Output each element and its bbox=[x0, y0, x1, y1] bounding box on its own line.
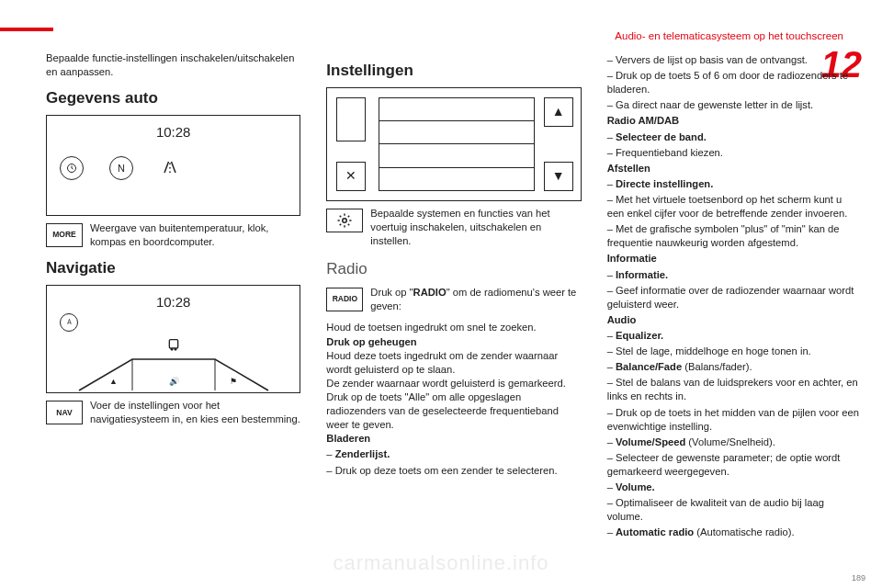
intro-text: Bepaalde functie-instellingen inschakele… bbox=[46, 51, 300, 79]
column-3: Ververs de lijst op basis van de ontvang… bbox=[607, 51, 862, 560]
svg-point-3 bbox=[174, 348, 176, 351]
up-arrow-box: ▲ bbox=[544, 97, 573, 127]
list-item: Selecteer de band. bbox=[607, 130, 862, 144]
settings-row bbox=[379, 121, 533, 144]
content-columns: Bepaalde functie-instellingen inschakele… bbox=[46, 51, 862, 560]
list-item: Ga direct naar de gewenste letter in de … bbox=[607, 98, 862, 112]
figure-navigatie: 10:28 ▲ 🔊 ⚑ bbox=[46, 285, 300, 393]
list-item: Directe instellingen. bbox=[607, 177, 862, 191]
list-item: Stel de balans van de luidsprekers voor … bbox=[607, 376, 862, 403]
heading-radio: Radio bbox=[326, 259, 581, 280]
blank-box bbox=[336, 97, 366, 141]
clock-icon bbox=[60, 156, 84, 180]
radio-icon: RADIO bbox=[326, 288, 363, 311]
list-item: Automatic radio (Automatische radio). bbox=[607, 526, 862, 539]
svg-point-2 bbox=[170, 348, 173, 351]
p-houd-toetsen: Houd de toetsen ingedrukt om snel te zoe… bbox=[326, 321, 581, 334]
list-item: Optimaliseer de kwaliteit van de audio b… bbox=[607, 496, 862, 524]
more-block: MORE Weergave van buitentemperatuur, klo… bbox=[46, 221, 300, 249]
b-radio-amdab: Radio AM/DAB bbox=[607, 114, 862, 128]
heading-navigatie: Navigatie bbox=[46, 258, 300, 279]
heading-instellingen: Instellingen bbox=[326, 61, 581, 82]
list-item: Balance/Fade (Balans/fader). bbox=[607, 360, 862, 374]
list-item: Equalizer. bbox=[607, 329, 862, 343]
list-top: Ververs de lijst op basis van de ontvang… bbox=[607, 53, 862, 112]
p-houd-zender: Houd deze toets ingedrukt om de zender w… bbox=[326, 349, 581, 377]
heading-gegevens-auto: Gegevens auto bbox=[46, 88, 300, 109]
nav-triangle-icon: ▲ bbox=[109, 376, 118, 387]
list-item: Selecteer de gewenste parameter; de opti… bbox=[607, 451, 862, 479]
gear-icon bbox=[326, 209, 363, 232]
list-item: Geef informatie over de radiozender waar… bbox=[607, 284, 862, 311]
list-amdab: Selecteer de band. Frequentieband kiezen… bbox=[607, 130, 862, 160]
svg-rect-1 bbox=[169, 340, 177, 348]
settings-left-col: ✕ bbox=[336, 97, 369, 191]
b-informatie: Informatie bbox=[607, 252, 862, 266]
column-1: Bepaalde functie-instellingen inschakele… bbox=[46, 51, 300, 560]
list-item: Ververs de lijst op basis van de ontvang… bbox=[607, 53, 862, 67]
list-item: Informatie. bbox=[607, 268, 862, 282]
b-druk-geheugen: Druk op geheugen bbox=[326, 335, 581, 349]
b-bladeren: Bladeren bbox=[326, 432, 581, 446]
down-arrow-box: ▼ bbox=[544, 162, 573, 191]
nav-icon: NAV bbox=[46, 401, 83, 424]
compass-n-icon: N bbox=[109, 156, 133, 180]
list-item: Druk op deze toets om een zender te sele… bbox=[326, 464, 581, 478]
page-footer-number: 189 bbox=[852, 573, 865, 582]
list-item: Stel de lage, middelhoge en hoge tonen i… bbox=[607, 345, 862, 358]
settings-desc-block: Bepaalde systemen en functies van het vo… bbox=[326, 207, 581, 248]
clock-time: 10:28 bbox=[56, 123, 290, 141]
list-item: Druk op de toets 5 of 6 om door de radio… bbox=[607, 69, 862, 96]
list-item: Met het virtuele toetsenbord op het sche… bbox=[607, 193, 862, 220]
settings-row bbox=[379, 98, 533, 121]
close-box: ✕ bbox=[336, 162, 366, 191]
nav-compass-icon bbox=[60, 313, 78, 332]
watermark: carmanualsonline.info bbox=[333, 551, 548, 575]
list-informatie: Informatie. Geef informatie over de radi… bbox=[607, 268, 862, 311]
list-item: Volume. bbox=[607, 481, 862, 494]
nav-flag-icon: ⚑ bbox=[230, 376, 237, 387]
nav-clock-time: 10:28 bbox=[56, 293, 290, 311]
list-afstellen: Directe instellingen. Met het virtuele t… bbox=[607, 177, 862, 251]
figure-gegevens-auto: 10:28 N bbox=[46, 115, 300, 216]
nav-description: Voer de instellingen voor het navigaties… bbox=[90, 399, 300, 426]
nav-block: NAV Voer de instellingen voor het naviga… bbox=[46, 399, 300, 426]
more-description: Weergave van buitentemperatuur, klok, ko… bbox=[90, 221, 300, 249]
p-alle: Druk op de toets "Alle" om alle opgeslag… bbox=[326, 390, 581, 432]
settings-description: Bepaalde systemen en functies van het vo… bbox=[370, 207, 581, 248]
list-item: Zenderlijst. bbox=[326, 447, 581, 461]
list-item: Volume/Speed (Volume/Snelheid). bbox=[607, 435, 862, 449]
road-icon bbox=[159, 156, 181, 178]
radio-description: Druk op "RADIO" om de radiomenu's weer t… bbox=[370, 286, 581, 313]
icon-row: N bbox=[60, 156, 181, 180]
list-bladeren: Zenderlijst. Druk op deze toets om een z… bbox=[326, 447, 581, 477]
list-item: Druk op de toets in het midden van de pi… bbox=[607, 406, 862, 434]
red-accent-tab bbox=[0, 28, 53, 31]
figure-instellingen: ✕ ▲ ▼ bbox=[326, 87, 581, 201]
settings-right-col: ▲ ▼ bbox=[544, 97, 571, 191]
column-2: Instellingen ✕ ▲ ▼ Bepaalde systemen en … bbox=[326, 51, 581, 560]
nav-bottom-icons: ▲ 🔊 ⚑ bbox=[84, 376, 263, 387]
b-audio: Audio bbox=[607, 313, 862, 327]
b-afstellen: Afstellen bbox=[607, 162, 862, 175]
section-header: Audio- en telematicasysteem op het touch… bbox=[615, 30, 843, 41]
settings-list bbox=[379, 97, 534, 191]
vehicle-icon bbox=[166, 337, 181, 352]
p-zender-markeerd: De zender waarnaar wordt geluisterd is g… bbox=[326, 377, 581, 390]
more-icon: MORE bbox=[46, 223, 83, 247]
settings-row bbox=[379, 144, 533, 167]
radio-desc-block: RADIO Druk op "RADIO" om de radiomenu's … bbox=[326, 286, 581, 313]
list-item: Met de grafische symbolen "plus" of "min… bbox=[607, 222, 862, 250]
settings-row bbox=[379, 168, 533, 190]
svg-point-6 bbox=[343, 219, 347, 223]
nav-sound-icon: 🔊 bbox=[169, 376, 179, 387]
list-item: Frequentieband kiezen. bbox=[607, 146, 862, 160]
list-audio: Equalizer. Stel de lage, middelhoge en h… bbox=[607, 329, 862, 540]
